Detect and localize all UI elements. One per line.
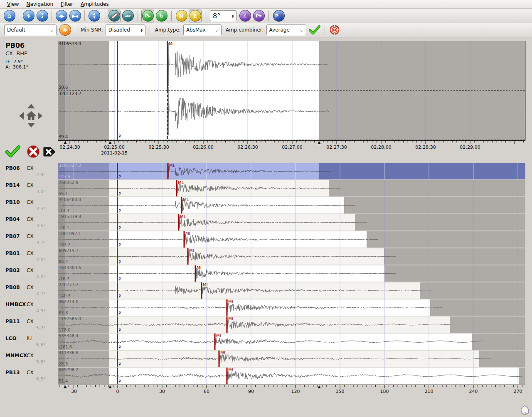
p-pick-label: P (118, 243, 121, 248)
trace-plot[interactable]: 1643303.6-16.7PML (58, 265, 525, 282)
trace-plot[interactable]: 1197585.0178.0PML (58, 316, 525, 333)
rotation-spinbox[interactable]: 8°▲▼ (210, 10, 236, 21)
trace-plot[interactable]: 768052.955.1PML (58, 180, 525, 196)
nav-right-button[interactable] (38, 112, 42, 120)
pick-flag-button[interactable]: P⚑ (252, 10, 265, 22)
measure-amplitudes-button[interactable] (108, 10, 121, 22)
trace-plot[interactable]: 1801097.1181.2PML (58, 231, 525, 248)
nav-home-button[interactable] (26, 110, 36, 122)
picker-time-axis: 02:24:3002:25:0002:25:3002:26:0002:26:30… (0, 140, 532, 157)
trace-row-pb11[interactable]: PB11CX5.2°1197585.0178.0PML (0, 316, 532, 333)
axis-marker-triangle (318, 385, 321, 388)
measure-angle-button[interactable]: ∠ (239, 10, 251, 22)
station-code: PB10 (5, 199, 20, 205)
station-code: LCO (5, 336, 17, 341)
station-code: PB14 (5, 182, 20, 188)
trace-waveform (58, 368, 525, 384)
station-distance: 3.0° (0, 189, 46, 194)
trace-plot[interactable]: 689715.784.2PML (58, 248, 525, 265)
compress-time-button[interactable]: ▶◀ (69, 10, 81, 22)
compute-amplitudes-button[interactable]: P~ (272, 10, 285, 22)
p-pick-label: P (118, 294, 121, 299)
trace-row-pb10[interactable]: PB10CX3.3°4406480.0-13.3PML (0, 197, 532, 213)
trace-row-mnmcx[interactable]: MNMCXCX5.8°311336.826.3PML (0, 351, 532, 367)
station-network: CX (27, 319, 34, 324)
station-network: CX (27, 233, 34, 239)
compress-amplitudes-button[interactable]: ▼▲ (36, 10, 49, 22)
ruler-icon (108, 10, 120, 22)
axis-tick-label: 270 (514, 389, 522, 394)
axis-tick-label: 180 (380, 389, 389, 394)
spin-arrows-icon[interactable]: ▲▼ (228, 14, 234, 18)
picker-station-code: PB06 (5, 42, 25, 49)
home-button[interactable]: ⌂ (3, 10, 16, 22)
east-component-button[interactable]: E (189, 10, 202, 22)
toolbar-separator (204, 11, 206, 21)
p-pick-label: P (118, 362, 121, 367)
apply-amplitudes-button[interactable] (308, 24, 321, 37)
trace-amp-min: -16.7 (59, 277, 69, 281)
menu-item-view[interactable]: View (3, 1, 22, 7)
toolbar-separator (19, 10, 19, 21)
trace-row-pb08[interactable]: PB08CX4.7°220777.2140.3PML (0, 282, 532, 299)
trace-amp-min: 39.4 (59, 135, 68, 139)
trace-row-pb01[interactable]: PB01CX4.0°689715.784.2PML (0, 248, 532, 265)
amp-type-select[interactable]: AbsMax ⌄ (183, 25, 222, 35)
nav-down-button[interactable] (27, 123, 35, 128)
toolbar-separator (150, 25, 150, 35)
menu-item-navigation[interactable]: Navigation (22, 1, 57, 7)
trace-plot[interactable]: 3201227.2143.5PML (58, 163, 525, 179)
nav-left-button[interactable] (19, 112, 24, 120)
trace-plot[interactable]: 535348.4-261.6PML (58, 334, 525, 350)
normalize-amplitudes-button[interactable]: ▲▬▼ (88, 10, 101, 22)
station-distance: 5.8° (0, 359, 46, 365)
trace-waveform (58, 282, 525, 299)
menu-item-amplitudes[interactable]: Amplitudes (77, 1, 113, 7)
trace-plot[interactable]: 1915339.8-20.1PML (58, 214, 525, 231)
station-network: CX (27, 370, 34, 375)
trace-waveform (58, 299, 525, 316)
trace-waveform (58, 265, 525, 282)
amp-combiner-select[interactable]: Average ⌄ (266, 25, 306, 35)
picker-trace-view[interactable]: 3106573.050.63201123.239.4PML (58, 41, 526, 140)
axis-tick-label: 02:28:00 (371, 145, 391, 150)
spin-arrows-icon[interactable]: ▲▼ (137, 28, 143, 32)
recompute-magnitude-button[interactable] (328, 24, 341, 37)
trace-amp-min: 50.6 (59, 85, 68, 90)
trace-plot[interactable]: 4406480.0-13.3PML (58, 197, 525, 213)
filter-toggle-button[interactable]: # (59, 24, 71, 37)
align-on-origin-button[interactable]: ↻ (155, 10, 168, 22)
min-snr-spinbox[interactable]: Disabled ▲▼ (106, 25, 145, 35)
trace-row-pb14[interactable]: PB14CX3.0°768052.955.1PML (0, 180, 532, 196)
expand-time-button[interactable]: ◀▶ (55, 10, 68, 22)
trace-plot[interactable]: 462214.063.8PML (58, 299, 525, 316)
trace-row-pb06[interactable]: PB06CX2.9°3201227.2143.5PML (0, 163, 532, 179)
trace-amp-max: 1197585.0 (59, 316, 81, 321)
show-labels-button[interactable]: ABC (121, 10, 134, 22)
trace-row-pb13[interactable]: PB13CX6.5°689798.251.4PML (0, 368, 532, 384)
trace-row-pb07[interactable]: PB07CX3.7°1801097.1181.2PML (0, 231, 532, 248)
p-pick-label: P (118, 379, 121, 384)
trace-row-pb02[interactable]: PB02CX4.0°1643303.6-16.7PML (0, 265, 532, 282)
trace-amp-max: 3201123.2 (59, 91, 81, 96)
trace-row-lco[interactable]: LCOIU5.6°535348.4-261.6PML (0, 334, 532, 350)
axis-tick-label: 02:25:00 (104, 145, 124, 150)
filter-profile-select[interactable]: Default ⌄ (4, 25, 57, 35)
nav-up-button[interactable] (27, 104, 35, 108)
trace-plot[interactable]: 689798.251.4PML (58, 368, 525, 384)
station-network: CX (27, 285, 34, 290)
trace-plot[interactable]: 311336.826.3PML (58, 351, 525, 367)
trace-waveform (58, 197, 525, 213)
north-component-button[interactable]: N (175, 10, 188, 22)
align-on-p-button[interactable]: P▸ (141, 10, 154, 22)
trace-row-pb04[interactable]: PB04CX3.5°1915339.8-20.1PML (0, 214, 532, 231)
station-distance: 3.3° (0, 206, 46, 211)
trace-row-hmbcx[interactable]: HMBCXCX4.9°462214.063.8PML (0, 299, 532, 316)
menu-item-filter[interactable]: Filter (57, 1, 77, 7)
ml-pick-label: ML (197, 265, 202, 270)
expand-amplitudes-button[interactable]: ▲▼ (22, 10, 35, 22)
p-pick-label: P (118, 345, 121, 350)
station-code: PB08 (5, 285, 20, 290)
trace-plot[interactable]: 220777.2140.3PML (58, 282, 525, 299)
home-icon (26, 110, 36, 120)
